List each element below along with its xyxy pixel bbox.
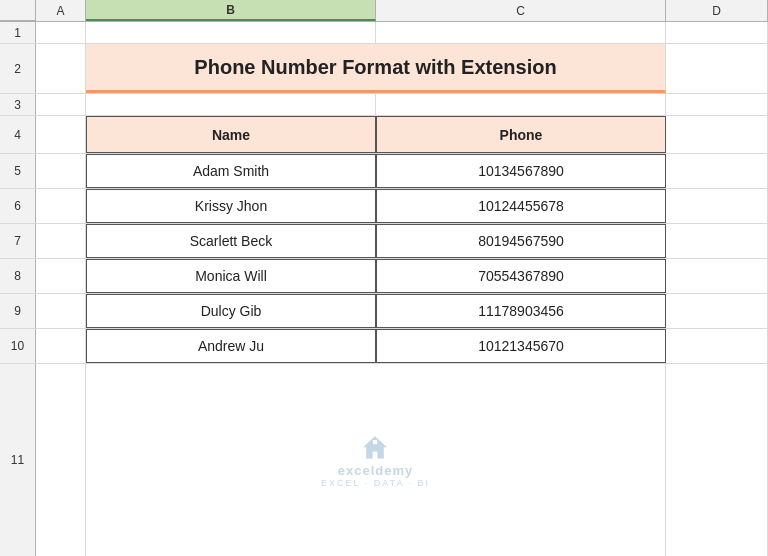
cell-b1[interactable] bbox=[86, 22, 376, 43]
grid-row: 10 Andrew Ju 10121345670 bbox=[0, 329, 768, 364]
svg-rect-1 bbox=[373, 440, 377, 444]
table-header-name[interactable]: Name bbox=[86, 116, 376, 153]
cell-d4[interactable] bbox=[666, 116, 768, 153]
row-number: 5 bbox=[0, 154, 36, 188]
watermark-icon bbox=[361, 433, 389, 461]
cell-c1[interactable] bbox=[376, 22, 666, 43]
grid-row: 3 bbox=[0, 94, 768, 116]
row-number: 2 bbox=[0, 44, 36, 93]
spreadsheet: A B C D 1 2 Phone Number Format with Ext… bbox=[0, 0, 768, 556]
cell-a8[interactable] bbox=[36, 259, 86, 293]
title-cell[interactable]: Phone Number Format with Extension bbox=[86, 44, 666, 93]
cell-a2[interactable] bbox=[36, 44, 86, 93]
col-header-a[interactable]: A bbox=[36, 0, 86, 21]
table-header-phone[interactable]: Phone bbox=[376, 116, 666, 153]
grid-row: 6 Krissy Jhon 10124455678 bbox=[0, 189, 768, 224]
row-number: 4 bbox=[0, 116, 36, 153]
cell-d1[interactable] bbox=[666, 22, 768, 43]
row-number: 10 bbox=[0, 329, 36, 363]
grid-row: 11 exceldemy EXCEL · DATA · BI bbox=[0, 364, 768, 556]
row-number: 9 bbox=[0, 294, 36, 328]
table-row-name[interactable]: Dulcy Gib bbox=[86, 294, 376, 328]
cell-d9[interactable] bbox=[666, 294, 768, 328]
table-row-phone[interactable]: 10121345670 bbox=[376, 329, 666, 363]
cell-b3[interactable] bbox=[86, 94, 376, 115]
col-header-c[interactable]: C bbox=[376, 0, 666, 21]
col-header-d[interactable]: D bbox=[666, 0, 768, 21]
table-row-phone[interactable]: 70554367890 bbox=[376, 259, 666, 293]
table-row-phone[interactable]: 80194567590 bbox=[376, 224, 666, 258]
table-row-phone[interactable]: 10124455678 bbox=[376, 189, 666, 223]
cell-c3[interactable] bbox=[376, 94, 666, 115]
table-row-name[interactable]: Scarlett Beck bbox=[86, 224, 376, 258]
cell-a10[interactable] bbox=[36, 329, 86, 363]
cell-a11[interactable] bbox=[36, 364, 86, 556]
cell-b11: exceldemy EXCEL · DATA · BI bbox=[86, 364, 666, 556]
svg-marker-0 bbox=[364, 436, 386, 458]
cell-a5[interactable] bbox=[36, 154, 86, 188]
table-row-name[interactable]: Monica Will bbox=[86, 259, 376, 293]
grid-body: 1 2 Phone Number Format with Extension 3… bbox=[0, 22, 768, 556]
cell-a7[interactable] bbox=[36, 224, 86, 258]
table-row-phone[interactable]: 10134567890 bbox=[376, 154, 666, 188]
cell-d6[interactable] bbox=[666, 189, 768, 223]
corner-header bbox=[0, 0, 36, 21]
cell-d3[interactable] bbox=[666, 94, 768, 115]
cell-d11[interactable] bbox=[666, 364, 768, 556]
row-number: 1 bbox=[0, 22, 36, 43]
cell-a1[interactable] bbox=[36, 22, 86, 43]
table-row-name[interactable]: Krissy Jhon bbox=[86, 189, 376, 223]
row-number: 3 bbox=[0, 94, 36, 115]
table-row-phone[interactable]: 11178903456 bbox=[376, 294, 666, 328]
row-number: 7 bbox=[0, 224, 36, 258]
cell-d8[interactable] bbox=[666, 259, 768, 293]
cell-d5[interactable] bbox=[666, 154, 768, 188]
cell-a6[interactable] bbox=[36, 189, 86, 223]
cell-d10[interactable] bbox=[666, 329, 768, 363]
cell-a4[interactable] bbox=[36, 116, 86, 153]
grid-row: 7 Scarlett Beck 80194567590 bbox=[0, 224, 768, 259]
cell-d7[interactable] bbox=[666, 224, 768, 258]
grid-row: 8 Monica Will 70554367890 bbox=[0, 259, 768, 294]
row-number: 11 bbox=[0, 364, 36, 556]
grid-row: 5 Adam Smith 10134567890 bbox=[0, 154, 768, 189]
column-headers: A B C D bbox=[0, 0, 768, 22]
cell-a3[interactable] bbox=[36, 94, 86, 115]
grid-row: 9 Dulcy Gib 11178903456 bbox=[0, 294, 768, 329]
grid-row: 4 Name Phone bbox=[0, 116, 768, 154]
watermark: exceldemy EXCEL · DATA · BI bbox=[321, 433, 430, 488]
row-number: 8 bbox=[0, 259, 36, 293]
grid-row: 2 Phone Number Format with Extension bbox=[0, 44, 768, 94]
table-row-name[interactable]: Andrew Ju bbox=[86, 329, 376, 363]
col-header-b[interactable]: B bbox=[86, 0, 376, 21]
grid-row: 1 bbox=[0, 22, 768, 44]
cell-a9[interactable] bbox=[36, 294, 86, 328]
cell-d2[interactable] bbox=[666, 44, 768, 93]
row-number: 6 bbox=[0, 189, 36, 223]
table-row-name[interactable]: Adam Smith bbox=[86, 154, 376, 188]
